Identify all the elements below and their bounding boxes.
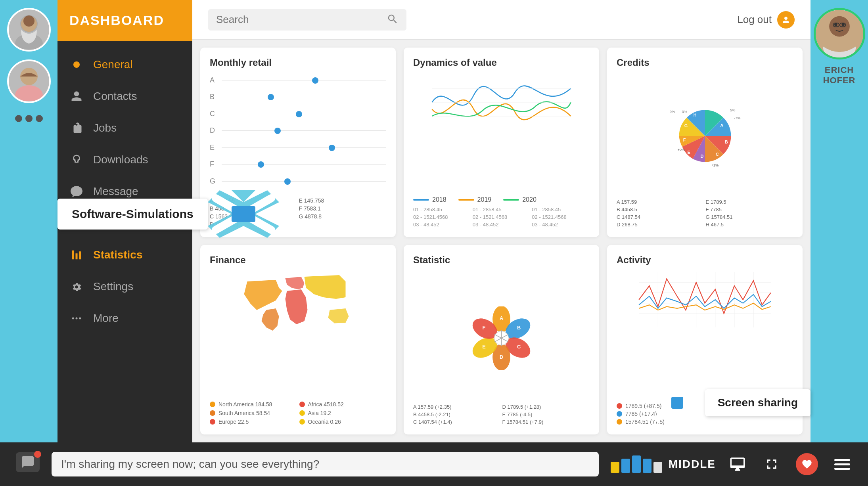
sidebar-item-more[interactable]: More (57, 302, 192, 334)
svg-text:+5%: +5% (728, 108, 735, 112)
dots-menu[interactable] (15, 115, 43, 122)
expand-button[interactable] (762, 454, 782, 474)
logout-button[interactable]: Log out (737, 11, 795, 29)
credits-chart: A B C D E F G H +5% -7% +1% (617, 75, 793, 197)
downloads-icon (69, 153, 84, 167)
finance-legend: North America 184.58 Africa 4518.52 Sout… (210, 401, 386, 425)
svg-point-8 (79, 318, 81, 320)
statistic-chart: A B C D E F (413, 272, 590, 404)
svg-text:B: B (517, 324, 521, 330)
statistic-title: Statistic (413, 254, 590, 266)
bottom-bar: MIDDLE (0, 442, 868, 486)
chat-badge (34, 451, 41, 458)
content-area: Log out Monthly retail A B (192, 0, 811, 442)
statistics-label: Statistics (93, 249, 143, 261)
more-label: More (93, 312, 119, 325)
dynamics-card: Dynamics of value (404, 48, 599, 237)
svg-text:A: A (720, 123, 723, 128)
legend-2019: 2019 (458, 196, 492, 203)
activity-title: Activity (617, 254, 793, 266)
monitor-button[interactable] (728, 454, 747, 474)
right-avatar-section: ERICH HOFER (811, 0, 868, 442)
avatar-female[interactable] (7, 59, 51, 103)
contacts-icon (69, 89, 84, 103)
sidebar-item-general[interactable]: General (57, 49, 192, 80)
finance-title: Finance (210, 254, 386, 266)
svg-point-58 (841, 23, 844, 26)
general-icon (69, 57, 84, 72)
screen-sharing-box: Screen sharing (705, 389, 811, 416)
menu-icon (834, 459, 850, 470)
battery-bar-1 (611, 462, 619, 473)
logout-label: Log out (737, 13, 772, 26)
svg-text:F: F (483, 324, 486, 330)
svg-text:C: C (715, 152, 719, 157)
svg-text:F: F (683, 138, 686, 142)
svg-text:G: G (684, 123, 687, 128)
sidebar-item-settings[interactable]: Settings (57, 271, 192, 302)
monthly-retail-title: Monthly retail (210, 57, 386, 68)
dynamics-chart (413, 75, 590, 192)
general-label: General (93, 58, 133, 71)
retail-row-d: D (210, 125, 386, 136)
content-header: Log out (192, 0, 811, 40)
svg-point-7 (76, 318, 78, 320)
downloads-label: Downloads (93, 153, 148, 166)
svg-point-57 (834, 23, 837, 26)
right-avatar (814, 8, 865, 59)
tooltip-box: Software-Simulations (57, 199, 208, 230)
sidebar-nav: General Contacts Jobs Down (57, 41, 192, 442)
svg-text:D: D (500, 354, 503, 360)
svg-text:A: A (500, 315, 503, 321)
search-icon (387, 13, 399, 27)
heart-button[interactable] (796, 453, 818, 475)
battery-bars (611, 455, 662, 473)
bottom-icons (728, 453, 852, 475)
retail-row-e: E (210, 142, 386, 153)
dashboard-grid: Monthly retail A B C D (192, 40, 811, 442)
svg-text:-7%: -7% (734, 116, 740, 120)
dashboard-title: DASHBOARD (69, 13, 164, 28)
battery-bar-5 (653, 462, 662, 473)
contacts-label: Contacts (93, 90, 137, 103)
settings-icon (69, 279, 84, 294)
software-simulations-tooltip: Software-Simulations (57, 190, 279, 238)
chat-input[interactable] (52, 452, 599, 476)
menu-button[interactable] (832, 454, 852, 474)
settings-label: Settings (93, 280, 133, 293)
avatar-male[interactable] (7, 8, 51, 52)
dynamics-title: Dynamics of value (413, 57, 590, 68)
legend-2020: 2020 (503, 196, 537, 203)
logout-icon (777, 11, 795, 29)
dot-2 (25, 115, 33, 122)
finance-card: Finance (200, 245, 396, 434)
battery-bar-3 (632, 455, 641, 473)
svg-point-5 (15, 85, 43, 101)
svg-text:-3%: -3% (680, 110, 687, 114)
svg-text:H: H (693, 113, 696, 117)
sidebar-item-jobs[interactable]: Jobs (57, 112, 192, 144)
dynamics-legend: 2018 2019 2020 (413, 196, 590, 203)
sidebar-item-downloads[interactable]: Downloads (57, 144, 192, 176)
sidebar-item-statistics[interactable]: Statistics (57, 239, 192, 271)
dot-3 (36, 115, 43, 122)
svg-text:-9%: -9% (668, 110, 674, 114)
retail-row-f: F (210, 159, 386, 170)
search-input[interactable] (216, 13, 380, 26)
battery-section: MIDDLE (611, 455, 716, 473)
retail-row-c: C (210, 108, 386, 119)
screen-sharing-label: Screen sharing (718, 396, 798, 409)
retail-row-a: A (210, 75, 386, 86)
statistics-icon (69, 248, 84, 262)
retail-row-g: G (210, 176, 386, 187)
sidebar-item-contacts[interactable]: Contacts (57, 80, 192, 112)
activity-chart (617, 272, 793, 400)
jobs-icon (69, 121, 84, 135)
left-avatar-section (0, 0, 57, 442)
sidebar-header: DASHBOARD (57, 0, 192, 41)
statistic-card: Statistic (404, 245, 599, 434)
search-bar (208, 9, 406, 31)
dynamics-sub: 01 - 2858.45 01 - 2858.45 01 - 2858.45 0… (413, 207, 590, 228)
svg-rect-68 (671, 397, 683, 409)
svg-text:D: D (700, 154, 703, 159)
